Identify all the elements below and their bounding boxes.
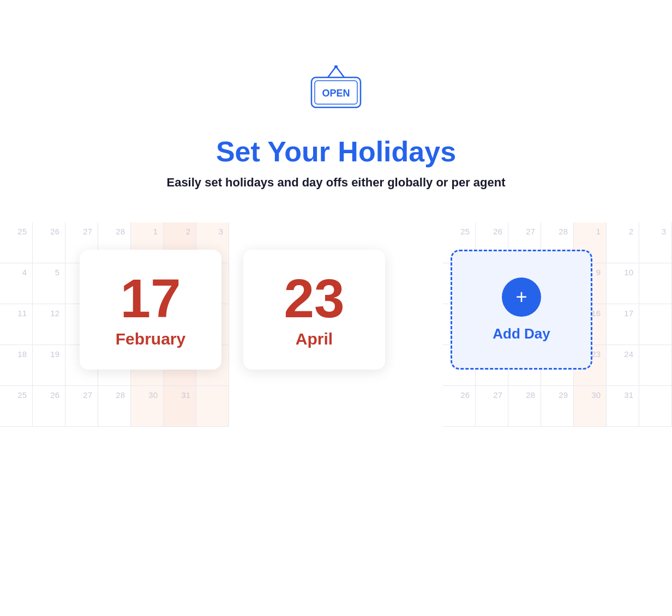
svg-text:OPEN: OPEN bbox=[322, 88, 350, 99]
cal-cell: 18 bbox=[0, 345, 33, 385]
holiday-month-april: April bbox=[296, 330, 333, 348]
cal-cell: 3 bbox=[639, 222, 672, 263]
cal-cell bbox=[196, 386, 229, 426]
cal-cell bbox=[639, 345, 672, 385]
page-subtitle: Easily set holidays and day offs either … bbox=[166, 176, 505, 190]
cal-cell: 10 bbox=[607, 263, 639, 304]
add-day-label: Add Day bbox=[493, 325, 550, 342]
cal-cell: 25 bbox=[0, 386, 33, 426]
cal-cell: 4 bbox=[0, 263, 33, 304]
holiday-month-february: February bbox=[116, 330, 185, 348]
cal-cell: 30 bbox=[131, 386, 164, 426]
add-day-card[interactable]: + Add Day bbox=[451, 250, 592, 370]
cal-cell: 26 bbox=[33, 222, 65, 263]
cal-cell: 12 bbox=[33, 304, 65, 345]
holiday-card-april: 23 April bbox=[243, 250, 385, 370]
cal-cell: 5 bbox=[33, 263, 65, 304]
cal-cell: 27 bbox=[476, 386, 508, 426]
add-day-button[interactable]: + bbox=[502, 277, 541, 317]
holiday-day-february: 17 bbox=[120, 271, 181, 325]
cal-cell: 19 bbox=[33, 345, 65, 385]
svg-line-0 bbox=[328, 67, 336, 77]
holiday-card-february: 17 February bbox=[80, 250, 221, 370]
cal-cell: 31 bbox=[164, 386, 196, 426]
holiday-cards-container: 17 February 23 April + Add Day bbox=[80, 250, 592, 370]
cal-cell bbox=[639, 304, 672, 345]
cal-cell bbox=[639, 386, 672, 426]
cal-cell: 26 bbox=[443, 386, 476, 426]
cal-cell: 24 bbox=[607, 345, 639, 385]
open-sign-icon: OPEN bbox=[306, 65, 366, 120]
cal-cell bbox=[639, 263, 672, 304]
cal-cell: 28 bbox=[98, 386, 131, 426]
cal-cell: 26 bbox=[33, 386, 65, 426]
holiday-day-april: 23 bbox=[284, 271, 344, 325]
cal-cell: 25 bbox=[0, 222, 33, 263]
cal-cell: 29 bbox=[541, 386, 574, 426]
page-title: Set Your Holidays bbox=[216, 135, 456, 168]
cal-cell: 2 bbox=[607, 222, 639, 263]
cal-cell: 28 bbox=[508, 386, 541, 426]
plus-icon: + bbox=[515, 287, 527, 307]
cal-cell: 11 bbox=[0, 304, 33, 345]
cal-cell: 31 bbox=[607, 386, 639, 426]
calendar-section: 25 26 27 28 1 2 3 4 5 9 11 12 bbox=[0, 222, 672, 430]
cal-cell: 27 bbox=[65, 386, 98, 426]
cal-cell: 17 bbox=[607, 304, 639, 345]
cal-cell: 30 bbox=[574, 386, 607, 426]
svg-line-1 bbox=[336, 67, 344, 77]
